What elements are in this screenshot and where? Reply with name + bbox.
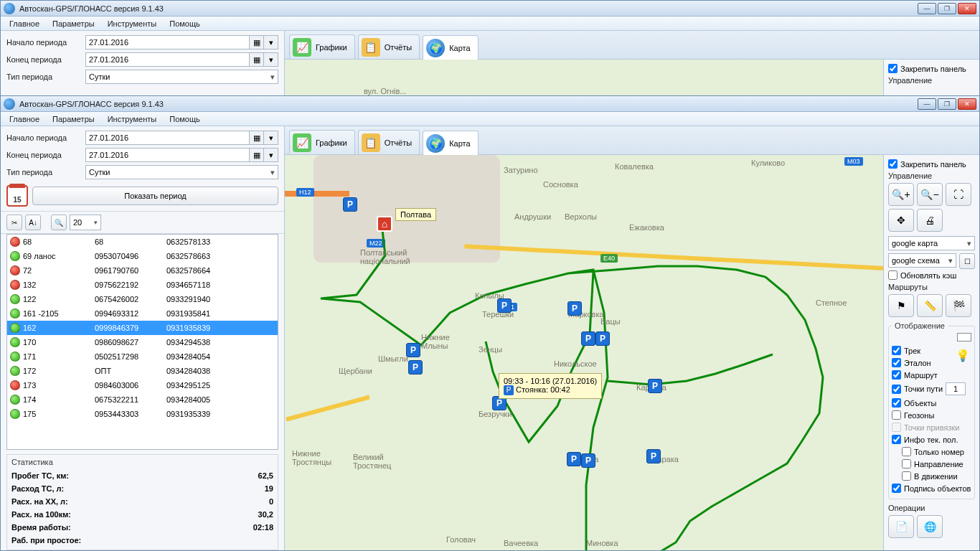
op-kml-icon[interactable]: 🌐 [917,515,943,538]
end-date-input[interactable] [85,52,250,67]
list-item[interactable]: 172 ОПТ 0934284038 [7,364,278,378]
home-marker[interactable] [377,216,392,232]
parking-marker[interactable]: P [343,197,357,212]
print-icon[interactable]: 🖨 [917,209,943,232]
menu-help[interactable]: Помощь [164,113,206,125]
list-item[interactable]: 174 0675322211 0934284005 [7,392,278,407]
only-num-check[interactable] [902,447,911,456]
calendar-icon[interactable]: ▦ [250,52,264,67]
chevron-down-icon[interactable]: ▾ [264,52,278,67]
list-item[interactable]: 122 0675426002 0933291940 [7,292,278,306]
object-list[interactable]: 68 68 0632578133 69 ланос 0953070496 063… [6,234,278,450]
tab-map[interactable]: Карта [423,131,478,155]
parking-marker[interactable]: P [581,331,595,346]
menu-tools[interactable]: Инструменты [102,113,163,125]
map-canvas[interactable]: H12 M22 E40 P11 M03 Затурино Ковалевка С… [285,155,979,550]
menu-help[interactable]: Помощь [164,18,206,29]
objects-check[interactable] [892,398,901,408]
parking-marker[interactable]: P [595,331,610,346]
list-item[interactable]: 162 0999846379 0931935839 [7,321,278,335]
parking-marker[interactable]: P [567,452,581,466]
menu-main[interactable]: Главное [4,18,45,29]
parking-marker[interactable]: P [497,298,512,313]
list-item[interactable]: 69 ланос 0953070496 0632578663 [7,249,278,263]
track-check[interactable] [892,346,901,355]
list-item[interactable]: 132 0975622192 0934657118 [7,278,278,292]
list-item[interactable]: 171 0502517298 0934284054 [7,349,278,364]
zoom-select[interactable]: 20 [70,215,101,230]
calendar-icon[interactable]: ▦ [250,148,264,162]
tool-sort-icon[interactable]: A↓ [25,215,41,230]
zoom-out-icon[interactable]: 🔍− [917,183,943,206]
fullscreen-icon[interactable]: ⛶ [946,183,971,206]
close-button[interactable]: ✕ [958,3,976,14]
list-item[interactable]: 175 0953443303 0931935339 [7,407,278,421]
tab-reports[interactable]: Отчёты [358,34,420,59]
close-button[interactable]: ✕ [958,98,976,110]
route-measure-icon[interactable]: 📏 [917,294,943,317]
tab-charts[interactable]: Графики [289,34,355,59]
stat-row: Расход ТС, л:19 [11,482,273,495]
menu-tools[interactable]: Инструменты [102,18,163,29]
tool-search-icon[interactable]: 🔍 [51,215,67,230]
minimize-button[interactable]: — [918,98,936,110]
menu-params[interactable]: Параметры [47,113,100,125]
chevron-down-icon[interactable]: ▾ [264,131,278,145]
maximize-button[interactable]: ❐ [938,3,956,14]
end-label: Конец периода [6,151,85,159]
direction-check[interactable] [902,459,911,468]
show-period-button[interactable]: Показать период [32,187,278,205]
chevron-down-icon[interactable]: ▾ [264,148,278,162]
minimize-button[interactable]: — [918,3,936,14]
status-dot-icon [10,409,20,419]
scheme-extra-icon[interactable]: ☐ [959,253,975,269]
pin-panel-check[interactable] [888,64,897,73]
route-flag-icon[interactable]: ⚑ [888,294,914,317]
list-item[interactable]: 161 -2105 0994693312 0931935841 [7,306,278,321]
map-scheme-select[interactable]: google схема [888,253,956,268]
status-dot-icon [10,352,20,362]
list-item[interactable]: 170 0986098627 0934294538 [7,335,278,349]
waypoints-num[interactable] [946,382,966,395]
list-item[interactable]: 173 0984603006 0934295125 [7,378,278,392]
list-item[interactable]: 72 0961790760 0632578664 [7,263,278,278]
etalon-check[interactable] [892,358,901,367]
geozones-check[interactable] [892,410,901,420]
calendar-icon[interactable]: ▦ [250,131,264,145]
menu-main[interactable]: Главное [4,113,45,125]
parking-marker[interactable]: P [408,360,423,375]
op-export-icon[interactable]: 📄 [888,515,914,538]
waypoints-check[interactable] [892,385,901,394]
parking-marker[interactable]: P [648,379,662,393]
legend-swatch[interactable] [957,333,971,342]
start-date-input[interactable] [85,35,250,50]
parking-marker[interactable]: P [581,453,595,468]
parking-marker[interactable]: P [567,301,582,316]
info-cur-check[interactable] [892,435,901,444]
route-check[interactable] [892,370,901,380]
calendar-icon[interactable]: ▦ [250,35,264,50]
period-type-select[interactable]: Сутки [85,165,278,179]
obj-labels-check[interactable] [892,484,901,493]
route-flag2-icon[interactable]: 🏁 [946,294,971,317]
chevron-down-icon[interactable]: ▾ [264,35,278,50]
parking-marker[interactable]: P [406,343,420,357]
fit-icon[interactable]: ✥ [888,209,914,232]
pin-panel-check[interactable] [888,159,897,169]
map-type-select[interactable]: google карта [888,236,975,250]
maximize-button[interactable]: ❐ [938,98,956,110]
tool-config-icon[interactable]: ✂ [6,215,22,230]
tab-reports[interactable]: Отчёты [358,130,420,154]
list-item[interactable]: 68 68 0632578133 [7,235,278,249]
tab-charts[interactable]: Графики [289,130,355,154]
menu-params[interactable]: Параметры [47,18,100,29]
update-cache-check[interactable] [888,270,897,280]
obj-id: 174 [23,395,95,404]
tab-map[interactable]: Карта [423,35,478,60]
start-date-input[interactable] [85,131,250,145]
moving-check[interactable] [902,471,911,481]
zoom-in-icon[interactable]: 🔍+ [888,183,914,206]
end-date-input[interactable] [85,148,250,162]
parking-marker[interactable]: P [646,449,661,463]
period-type-select[interactable]: Сутки [85,70,278,84]
